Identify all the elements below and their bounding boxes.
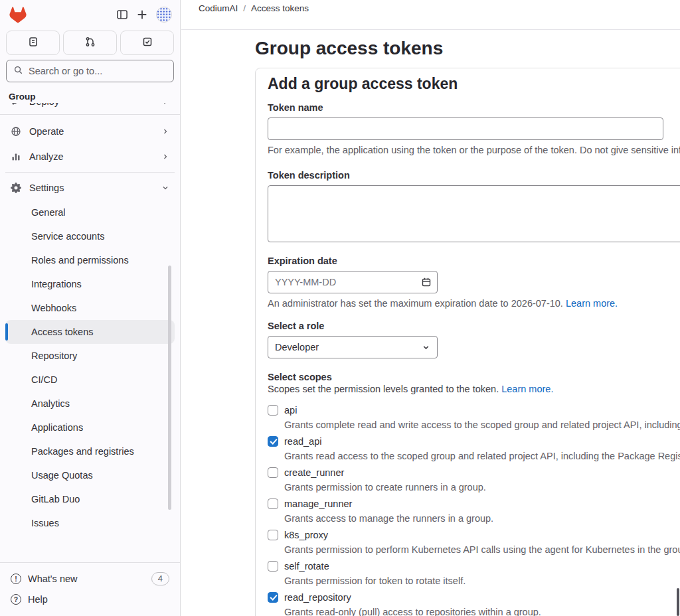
chevron-down-icon xyxy=(422,343,430,352)
main-content: CodiumAI / Access tokens Group access to… xyxy=(181,0,680,616)
whats-new-button[interactable]: What's new 4 xyxy=(8,568,172,589)
sidebar-item-analytics[interactable]: Analytics xyxy=(5,392,175,416)
token-name-help: For example, the application using the t… xyxy=(268,145,680,155)
token-description-input[interactable] xyxy=(268,185,680,242)
scope-checkbox-self-rotate[interactable] xyxy=(268,561,278,572)
expiration-learn-more-link[interactable]: Learn more. xyxy=(566,298,618,309)
add-token-form: Add a group access token Token name For … xyxy=(255,68,680,616)
scope-name: self_rotate xyxy=(284,559,680,574)
scope-row-read-api: read_api Grants read access to the scope… xyxy=(268,434,680,463)
issues-icon xyxy=(28,37,39,49)
gear-icon xyxy=(11,183,21,193)
todo-list-shortcut-button[interactable] xyxy=(120,31,174,55)
role-label: Select a role xyxy=(268,321,680,331)
scope-checkbox-read-api[interactable] xyxy=(268,436,278,447)
chevron-right-icon xyxy=(161,153,169,161)
whats-new-count-badge: 4 xyxy=(151,572,169,585)
merge-requests-shortcut-button[interactable] xyxy=(63,31,117,55)
scope-name: manage_runner xyxy=(284,497,680,511)
sidebar-item-roles-and-permissions[interactable]: Roles and permissions xyxy=(5,248,175,272)
sidebar-topbar xyxy=(0,0,180,27)
scope-checkbox-create-runner[interactable] xyxy=(268,467,278,478)
sidebar-item-operate[interactable]: Operate xyxy=(5,119,175,144)
page-scrollbar-thumb[interactable] xyxy=(677,588,679,616)
breadcrumb-page[interactable]: Access tokens xyxy=(251,3,309,13)
scope-description: Grants read access to the scoped group a… xyxy=(284,449,680,463)
scope-description: Grants permission for token to rotate it… xyxy=(284,574,680,588)
scope-name: k8s_proxy xyxy=(284,528,680,542)
sidebar-item-settings[interactable]: Settings xyxy=(5,175,175,200)
scope-name: api xyxy=(284,403,680,418)
sidebar-item-analyze[interactable]: Analyze xyxy=(5,144,175,169)
scope-checkbox-k8s-proxy[interactable] xyxy=(268,530,278,540)
help-button[interactable]: Help xyxy=(8,589,172,609)
sidebar-shortcuts xyxy=(0,27,180,55)
chevron-right-icon xyxy=(161,103,169,106)
whats-new-icon xyxy=(11,574,21,584)
expiration-date-label: Expiration date xyxy=(268,256,680,266)
sidebar-item-packages-and-registries[interactable]: Packages and registries xyxy=(5,439,175,463)
scopes-label: Select scopes xyxy=(268,372,680,382)
sidebar-item-access-tokens[interactable]: Access tokens xyxy=(5,320,175,344)
sidebar-item-integrations[interactable]: Integrations xyxy=(5,272,175,296)
sidebar-item-issues[interactable]: Issues xyxy=(5,511,175,535)
scope-name: create_runner xyxy=(284,465,680,480)
role-select-value: Developer xyxy=(275,342,319,352)
merge-request-icon xyxy=(85,37,96,49)
sidebar-item-deploy-clipped[interactable]: Deploy xyxy=(5,103,175,113)
scope-description: Grants permission to perform Kubernetes … xyxy=(284,542,680,557)
scope-row-create-runner: create_runner Grants permission to creat… xyxy=(268,465,680,495)
scopes-learn-more-link[interactable]: Learn more. xyxy=(501,384,553,394)
sidebar-item-repository[interactable]: Repository xyxy=(5,344,175,368)
scope-name: read_repository xyxy=(284,590,680,605)
issues-shortcut-button[interactable] xyxy=(6,31,60,55)
sidebar-item-service-accounts[interactable]: Service accounts xyxy=(5,224,175,248)
scope-checkbox-manage-runner[interactable] xyxy=(268,499,278,509)
globe-icon xyxy=(11,126,21,137)
role-select[interactable]: Developer xyxy=(268,336,438,358)
chevron-right-icon xyxy=(161,127,169,135)
sidebar: Search or go to... Group Deploy Operate xyxy=(0,0,181,616)
token-name-input[interactable] xyxy=(268,117,663,140)
scope-description: Grants permission to create runners in a… xyxy=(284,480,680,495)
scope-checkbox-read-repository[interactable] xyxy=(268,592,278,603)
search-input[interactable]: Search or go to... xyxy=(6,60,174,82)
search-icon xyxy=(13,65,23,77)
expiration-help: An administrator has set the maximum exp… xyxy=(268,298,680,309)
sidebar-item-webhooks[interactable]: Webhooks xyxy=(5,296,175,320)
sidebar-section-label: Group xyxy=(0,82,180,103)
sidebar-item-gitlab-duo[interactable]: GitLab Duo xyxy=(5,487,175,511)
scope-row-manage-runner: manage_runner Grants access to manage th… xyxy=(268,497,680,526)
rocket-icon xyxy=(11,103,21,107)
sidebar-scrollbar-thumb[interactable] xyxy=(168,266,171,510)
scopes-help: Scopes set the permission levels granted… xyxy=(268,384,680,394)
sidebar-nav: Operate Analyze Settings General S xyxy=(0,116,180,535)
section-title: Add a group access token xyxy=(268,75,680,93)
scope-checkbox-api[interactable] xyxy=(268,405,278,416)
gitlab-logo-icon[interactable] xyxy=(9,7,27,23)
scope-row-self-rotate: self_rotate Grants permission for token … xyxy=(268,559,680,588)
page-title: Group access tokens xyxy=(255,38,680,59)
scope-row-read-repository: read_repository Grants read-only (pull) … xyxy=(268,590,680,616)
sidebar-toggle-icon[interactable] xyxy=(116,9,128,21)
scope-row-k8s-proxy: k8s_proxy Grants permission to perform K… xyxy=(268,528,680,557)
breadcrumb: CodiumAI / Access tokens xyxy=(181,0,680,30)
sidebar-item-applications[interactable]: Applications xyxy=(5,416,175,439)
sidebar-item-usage-quotas[interactable]: Usage Quotas xyxy=(5,463,175,487)
scope-description: Grants complete read and write access to… xyxy=(284,418,680,432)
scope-description: Grants access to manage the runners in a… xyxy=(284,511,680,526)
sidebar-item-general[interactable]: General xyxy=(5,200,175,224)
chart-icon xyxy=(11,151,21,162)
expiration-date-input[interactable] xyxy=(268,271,438,293)
search-placeholder: Search or go to... xyxy=(29,66,102,76)
breadcrumb-separator: / xyxy=(243,3,246,13)
scope-name: read_api xyxy=(284,434,680,449)
user-avatar[interactable] xyxy=(156,7,172,23)
breadcrumb-group[interactable]: CodiumAI xyxy=(199,3,238,13)
todo-check-icon xyxy=(142,37,153,49)
token-description-label: Token description xyxy=(268,170,680,181)
sidebar-footer: What's new 4 Help xyxy=(0,562,180,616)
sidebar-item-cicd[interactable]: CI/CD xyxy=(5,368,175,392)
token-name-label: Token name xyxy=(268,102,680,113)
create-new-icon[interactable] xyxy=(136,9,148,21)
